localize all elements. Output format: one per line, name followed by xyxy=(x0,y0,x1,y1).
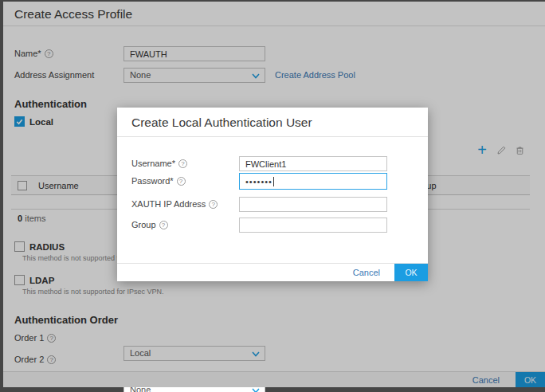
help-icon[interactable]: ? xyxy=(177,177,186,186)
password-input[interactable]: ••••••• xyxy=(239,173,387,190)
dialog-title: Create Local Authentication User xyxy=(131,116,312,130)
dialog-ok-button[interactable]: OK xyxy=(394,264,428,281)
xauth-ip-input[interactable] xyxy=(239,197,387,212)
password-label: Password*? xyxy=(131,174,186,189)
username-label: Username*? xyxy=(131,156,187,171)
help-icon[interactable]: ? xyxy=(159,221,168,229)
create-local-auth-user-dialog: Create Local Authentication User Usernam… xyxy=(117,108,428,281)
group-input[interactable] xyxy=(239,218,387,233)
dialog-cancel-button[interactable]: Cancel xyxy=(353,268,380,277)
username-input[interactable] xyxy=(239,156,387,171)
dialog-title-divider xyxy=(117,136,428,137)
chevron-down-icon xyxy=(252,388,260,392)
text-cursor xyxy=(273,177,274,186)
password-masked-value: ••••••• xyxy=(245,177,272,186)
xauth-ip-label: XAUTH IP Address? xyxy=(131,197,218,212)
group-label: Group? xyxy=(131,218,168,233)
help-icon[interactable]: ? xyxy=(209,200,218,209)
dialog-footer: Cancel OK xyxy=(117,263,428,281)
help-icon[interactable]: ? xyxy=(178,159,187,168)
